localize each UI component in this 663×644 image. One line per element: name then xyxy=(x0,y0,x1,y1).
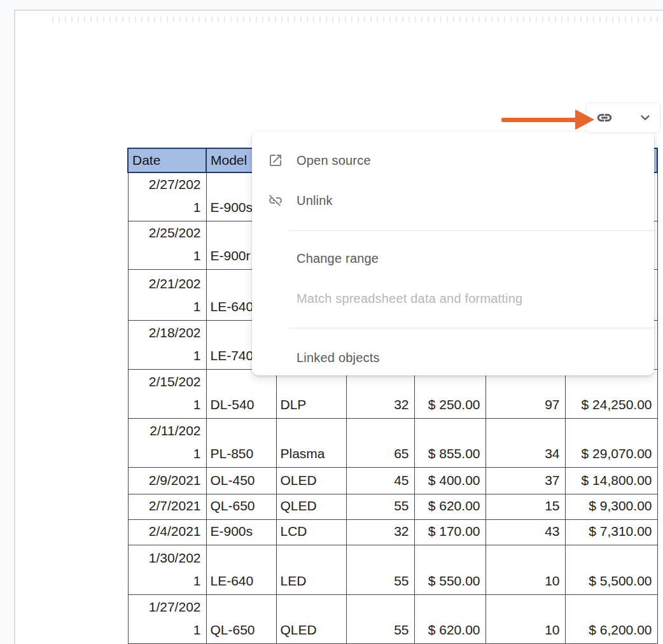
cell-model: QL-650 xyxy=(206,595,276,644)
cell-qty: 97 xyxy=(485,370,565,419)
cell-date: 2/11/2021 xyxy=(128,419,206,468)
cell-type: QLED xyxy=(276,595,346,644)
cell-date: 2/15/2021 xyxy=(128,370,206,419)
cell-total: $ 5,500.00 xyxy=(565,545,657,595)
cell-total: $ 14,800.00 xyxy=(565,468,657,494)
cell-total: $ 29,070.00 xyxy=(565,419,657,468)
cell-total: $ 6,200.00 xyxy=(565,595,657,644)
cell-type: QLED xyxy=(276,494,346,520)
cell-model: PL-850 xyxy=(206,419,276,468)
cell-total: $ 24,250.00 xyxy=(565,370,657,419)
link-icon xyxy=(596,109,613,126)
table-row: 1/30/2021LE-640LED55$ 550.0010$ 5,500.00 xyxy=(128,545,657,595)
cell-date: 2/4/2021 xyxy=(128,520,206,545)
cell-model: LE-640 xyxy=(206,545,276,595)
cell-qty: 37 xyxy=(485,468,565,494)
menu-divider xyxy=(289,328,654,328)
menu-divider xyxy=(289,230,654,231)
unlink-icon xyxy=(267,192,284,209)
cell-qty: 10 xyxy=(485,545,565,595)
cell-date: 1/30/2021 xyxy=(128,545,206,595)
cell-size: 55 xyxy=(346,545,414,595)
cell-price: $ 250.00 xyxy=(414,370,485,419)
table-row: 2/4/2021E-900sLCD32$ 170.0043$ 7,310.00 xyxy=(128,520,657,545)
table-row: 2/9/2021OL-450OLED45$ 400.0037$ 14,800.0… xyxy=(128,468,657,494)
cell-type: OLED xyxy=(276,468,346,494)
annotation-arrow-head xyxy=(575,109,594,130)
cell-date: 1/27/2021 xyxy=(128,595,206,644)
cell-date: 2/7/2021 xyxy=(128,494,206,520)
cell-date: 2/27/2021 xyxy=(128,172,206,221)
cell-model: DL-540 xyxy=(206,370,276,419)
cell-model: QL-650 xyxy=(206,494,276,520)
ruler-ticks xyxy=(52,17,663,22)
linked-table-options-button[interactable] xyxy=(585,102,660,133)
menu-item-change-range[interactable]: Change range xyxy=(252,244,654,272)
cell-size: 55 xyxy=(346,494,414,520)
linked-table-options-menu: Open source Unlink Change range Match sp… xyxy=(252,132,654,375)
cell-date: 2/18/2021 xyxy=(128,321,206,370)
cell-qty: 34 xyxy=(485,419,565,468)
table-row: 2/11/2021PL-850Plasma65$ 855.0034$ 29,07… xyxy=(128,419,657,468)
cell-qty: 10 xyxy=(485,595,565,644)
cell-qty: 43 xyxy=(485,520,565,545)
menu-item-label: Open source xyxy=(297,153,371,168)
cell-qty: 15 xyxy=(485,494,565,520)
menu-item-label: Linked objects xyxy=(297,351,380,365)
cell-model: OL-450 xyxy=(206,468,276,494)
menu-item-label: Unlink xyxy=(297,193,333,208)
menu-item-linked-objects[interactable]: Linked objects xyxy=(252,344,654,372)
cell-size: 65 xyxy=(346,419,414,468)
cell-size: 32 xyxy=(346,520,414,545)
menu-item-match-spreadsheet: Match spreadsheet data and formatting xyxy=(252,284,654,312)
open-in-new-icon xyxy=(267,152,284,169)
cell-price: $ 170.00 xyxy=(414,520,485,545)
cell-type: LED xyxy=(276,545,346,595)
annotation-arrow-shaft xyxy=(501,118,576,122)
cell-type: LCD xyxy=(276,520,346,545)
cell-total: $ 9,300.00 xyxy=(565,494,657,520)
cell-model: E-900s xyxy=(206,520,276,545)
cell-date: 2/25/2021 xyxy=(128,221,206,270)
cell-price: $ 855.00 xyxy=(414,419,485,468)
cell-price: $ 620.00 xyxy=(414,494,485,520)
menu-item-label: Match spreadsheet data and formatting xyxy=(297,291,522,306)
table-row: 2/15/2021DL-540DLP32$ 250.0097$ 24,250.0… xyxy=(128,370,657,419)
cell-size: 45 xyxy=(346,468,414,494)
chevron-down-icon xyxy=(638,111,652,125)
cell-type: Plasma xyxy=(276,419,346,468)
cell-price: $ 550.00 xyxy=(414,545,485,595)
cell-price: $ 400.00 xyxy=(414,468,485,494)
cell-size: 55 xyxy=(346,595,414,644)
table-row: 2/7/2021QL-650QLED55$ 620.0015$ 9,300.00 xyxy=(128,494,657,520)
annotation-arrow xyxy=(501,109,596,130)
cell-date: 2/9/2021 xyxy=(128,468,206,494)
column-header-date: Date xyxy=(128,148,206,172)
menu-item-open-source[interactable]: Open source xyxy=(252,146,654,174)
menu-item-label: Change range xyxy=(297,251,379,266)
cell-total: $ 7,310.00 xyxy=(565,520,657,545)
cell-date: 2/21/2021 xyxy=(128,270,206,321)
cell-price: $ 620.00 xyxy=(414,595,485,644)
cell-size: 32 xyxy=(346,370,414,419)
cell-type: DLP xyxy=(276,370,346,419)
menu-item-unlink[interactable]: Unlink xyxy=(252,186,654,214)
table-row: 1/27/2021QL-650QLED55$ 620.0010$ 6,200.0… xyxy=(128,595,657,644)
